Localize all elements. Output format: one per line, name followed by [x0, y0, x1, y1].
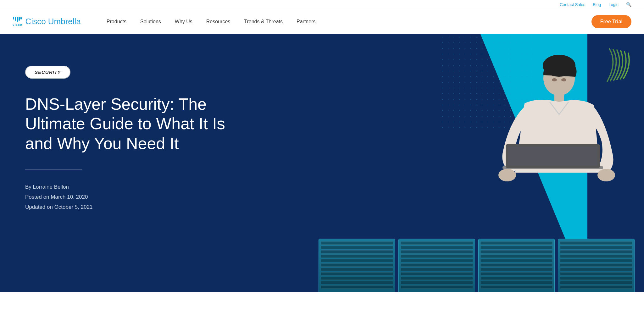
svg-point-2 [498, 169, 516, 181]
svg-point-8 [552, 78, 557, 81]
svg-point-3 [597, 169, 615, 181]
signal-arcs [578, 47, 635, 103]
security-badge: SECURITY [25, 66, 70, 79]
server-rack-4 [558, 239, 635, 292]
nav-trends-threats[interactable]: Trends & Threats [237, 9, 290, 34]
main-nav: cisco Cisco Umbrella Products Solutions … [0, 9, 644, 34]
search-icon[interactable]: 🔍 [626, 2, 631, 7]
hero-content: SECURITY DNS-Layer Security: The Ultimat… [25, 59, 239, 213]
server-rack-3 [478, 239, 555, 292]
top-bar: Contact Sales Blog Login 🔍 [0, 0, 644, 9]
cisco-logo: cisco [13, 17, 22, 26]
contact-sales-link[interactable]: Contact Sales [560, 2, 585, 7]
server-rack-2 [398, 239, 475, 292]
brand-name: Cisco Umbrella [25, 17, 81, 26]
brand-logo[interactable]: cisco Cisco Umbrella [13, 17, 81, 26]
svg-point-9 [561, 78, 566, 81]
free-trial-button[interactable]: Free Trial [591, 15, 631, 28]
server-rack-1 [319, 239, 395, 292]
hero-meta: By Lorraine Bellon Posted on March 10, 2… [25, 182, 239, 213]
login-link[interactable]: Login [608, 2, 619, 7]
cisco-wordmark: cisco [13, 23, 22, 26]
nav-partners[interactable]: Partners [290, 9, 322, 34]
nav-resources[interactable]: Resources [199, 9, 237, 34]
nav-solutions[interactable]: Solutions [133, 9, 168, 34]
hero-title: DNS-Layer Security: The Ultimate Guide t… [25, 94, 239, 153]
blog-link[interactable]: Blog [593, 2, 601, 7]
hero-posted: Posted on March 10, 2020 [25, 192, 239, 202]
nav-links: Products Solutions Why Us Resources Tren… [100, 9, 591, 34]
hero-updated: Updated on October 5, 2021 [25, 202, 239, 212]
hero-author: By Lorraine Bellon [25, 182, 239, 192]
svg-rect-7 [508, 147, 597, 166]
cisco-bars [13, 17, 22, 22]
nav-why-us[interactable]: Why Us [168, 9, 199, 34]
hero-section: SECURITY DNS-Layer Security: The Ultimat… [0, 34, 644, 292]
nav-products[interactable]: Products [100, 9, 133, 34]
hero-divider [25, 169, 82, 169]
